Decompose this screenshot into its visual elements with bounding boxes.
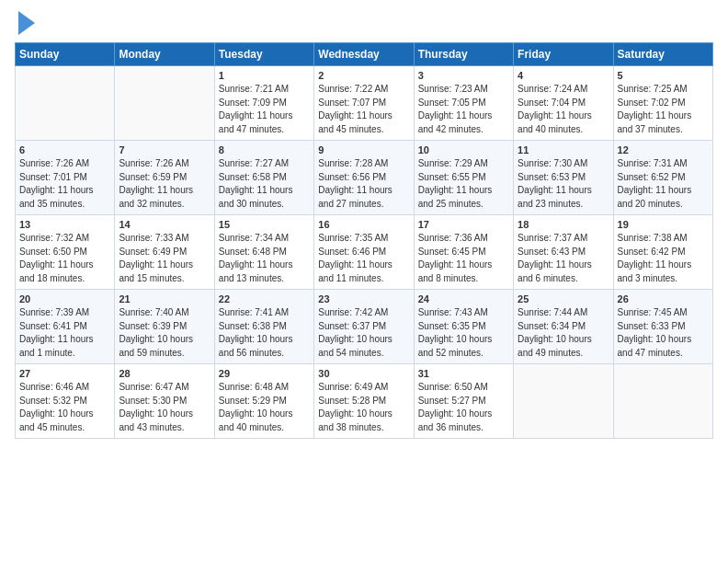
calendar-cell: 29Sunrise: 6:48 AM Sunset: 5:29 PM Dayli… <box>214 364 313 439</box>
day-number: 15 <box>219 219 310 230</box>
calendar-cell: 10Sunrise: 7:29 AM Sunset: 6:55 PM Dayli… <box>414 141 513 215</box>
calendar-cell: 21Sunrise: 7:40 AM Sunset: 6:39 PM Dayli… <box>115 290 214 364</box>
calendar-cell: 23Sunrise: 7:42 AM Sunset: 6:37 PM Dayli… <box>314 290 414 364</box>
day-info: Sunrise: 7:32 AM Sunset: 6:50 PM Dayligh… <box>19 232 110 285</box>
header-cell-tuesday: Tuesday <box>214 43 313 66</box>
day-info: Sunrise: 7:24 AM Sunset: 7:04 PM Dayligh… <box>518 83 609 136</box>
day-info: Sunrise: 7:29 AM Sunset: 6:55 PM Dayligh… <box>418 157 509 211</box>
day-number: 2 <box>318 70 409 81</box>
day-number: 11 <box>518 144 609 155</box>
calendar-cell: 9Sunrise: 7:28 AM Sunset: 6:56 PM Daylig… <box>314 141 414 215</box>
calendar-cell: 28Sunrise: 6:47 AM Sunset: 5:30 PM Dayli… <box>115 364 214 439</box>
calendar-cell <box>16 66 115 141</box>
day-number: 21 <box>119 293 210 304</box>
day-number: 20 <box>19 293 110 304</box>
day-info: Sunrise: 7:21 AM Sunset: 7:09 PM Dayligh… <box>219 83 310 136</box>
day-info: Sunrise: 7:26 AM Sunset: 7:01 PM Dayligh… <box>19 157 110 211</box>
calendar-table: SundayMondayTuesdayWednesdayThursdayFrid… <box>15 42 713 439</box>
day-number: 25 <box>518 293 609 304</box>
calendar-week-0: 1Sunrise: 7:21 AM Sunset: 7:09 PM Daylig… <box>16 66 713 141</box>
calendar-cell: 22Sunrise: 7:41 AM Sunset: 6:38 PM Dayli… <box>214 290 313 364</box>
calendar-cell: 15Sunrise: 7:34 AM Sunset: 6:48 PM Dayli… <box>214 215 313 290</box>
calendar-cell: 12Sunrise: 7:31 AM Sunset: 6:52 PM Dayli… <box>613 141 712 215</box>
day-info: Sunrise: 7:30 AM Sunset: 6:53 PM Dayligh… <box>518 157 609 211</box>
calendar-cell: 7Sunrise: 7:26 AM Sunset: 6:59 PM Daylig… <box>115 141 214 215</box>
calendar-cell: 2Sunrise: 7:22 AM Sunset: 7:07 PM Daylig… <box>314 66 414 141</box>
calendar-cell: 8Sunrise: 7:27 AM Sunset: 6:58 PM Daylig… <box>214 141 313 215</box>
calendar-cell: 24Sunrise: 7:43 AM Sunset: 6:35 PM Dayli… <box>414 290 513 364</box>
day-info: Sunrise: 7:45 AM Sunset: 6:33 PM Dayligh… <box>618 306 709 360</box>
calendar-cell <box>514 364 613 439</box>
day-number: 22 <box>219 293 310 304</box>
day-number: 6 <box>19 144 110 155</box>
day-info: Sunrise: 7:34 AM Sunset: 6:48 PM Dayligh… <box>219 232 310 285</box>
page-header <box>15 15 713 35</box>
logo-arrow-icon <box>18 11 35 35</box>
header-cell-monday: Monday <box>115 43 214 66</box>
calendar-cell: 1Sunrise: 7:21 AM Sunset: 7:09 PM Daylig… <box>214 66 313 141</box>
calendar-cell: 3Sunrise: 7:23 AM Sunset: 7:05 PM Daylig… <box>414 66 513 141</box>
day-number: 1 <box>219 70 310 81</box>
day-number: 9 <box>318 144 409 155</box>
header-cell-wednesday: Wednesday <box>314 43 414 66</box>
calendar-cell: 18Sunrise: 7:37 AM Sunset: 6:43 PM Dayli… <box>514 215 613 290</box>
calendar-cell: 31Sunrise: 6:50 AM Sunset: 5:27 PM Dayli… <box>414 364 513 439</box>
calendar-week-3: 20Sunrise: 7:39 AM Sunset: 6:41 PM Dayli… <box>16 290 713 364</box>
day-number: 3 <box>418 70 509 81</box>
day-number: 30 <box>318 368 409 379</box>
day-number: 7 <box>119 144 210 155</box>
day-number: 10 <box>418 144 509 155</box>
day-info: Sunrise: 7:26 AM Sunset: 6:59 PM Dayligh… <box>119 157 210 211</box>
day-number: 28 <box>119 368 210 379</box>
day-info: Sunrise: 7:22 AM Sunset: 7:07 PM Dayligh… <box>318 83 409 136</box>
day-info: Sunrise: 6:46 AM Sunset: 5:32 PM Dayligh… <box>19 381 110 434</box>
day-number: 27 <box>19 368 110 379</box>
day-number: 23 <box>318 293 409 304</box>
svg-marker-0 <box>18 11 35 35</box>
day-number: 18 <box>518 219 609 230</box>
calendar-cell: 14Sunrise: 7:33 AM Sunset: 6:49 PM Dayli… <box>115 215 214 290</box>
header-cell-friday: Friday <box>514 43 613 66</box>
calendar-week-1: 6Sunrise: 7:26 AM Sunset: 7:01 PM Daylig… <box>16 141 713 215</box>
day-info: Sunrise: 7:31 AM Sunset: 6:52 PM Dayligh… <box>618 157 709 211</box>
logo <box>15 15 35 35</box>
day-info: Sunrise: 7:35 AM Sunset: 6:46 PM Dayligh… <box>318 232 409 285</box>
calendar-cell: 20Sunrise: 7:39 AM Sunset: 6:41 PM Dayli… <box>16 290 115 364</box>
calendar-body: 1Sunrise: 7:21 AM Sunset: 7:09 PM Daylig… <box>16 66 713 439</box>
day-number: 5 <box>618 70 709 81</box>
day-number: 16 <box>318 219 409 230</box>
day-info: Sunrise: 6:49 AM Sunset: 5:28 PM Dayligh… <box>318 381 409 434</box>
day-info: Sunrise: 7:40 AM Sunset: 6:39 PM Dayligh… <box>119 306 210 360</box>
day-info: Sunrise: 7:25 AM Sunset: 7:02 PM Dayligh… <box>618 83 709 136</box>
calendar-cell: 17Sunrise: 7:36 AM Sunset: 6:45 PM Dayli… <box>414 215 513 290</box>
calendar-cell <box>115 66 214 141</box>
day-number: 29 <box>219 368 310 379</box>
day-info: Sunrise: 6:50 AM Sunset: 5:27 PM Dayligh… <box>418 381 509 434</box>
day-info: Sunrise: 6:47 AM Sunset: 5:30 PM Dayligh… <box>119 381 210 434</box>
calendar-week-2: 13Sunrise: 7:32 AM Sunset: 6:50 PM Dayli… <box>16 215 713 290</box>
day-info: Sunrise: 7:42 AM Sunset: 6:37 PM Dayligh… <box>318 306 409 360</box>
day-number: 24 <box>418 293 509 304</box>
calendar-cell: 16Sunrise: 7:35 AM Sunset: 6:46 PM Dayli… <box>314 215 414 290</box>
calendar-cell: 13Sunrise: 7:32 AM Sunset: 6:50 PM Dayli… <box>16 215 115 290</box>
calendar-cell: 6Sunrise: 7:26 AM Sunset: 7:01 PM Daylig… <box>16 141 115 215</box>
calendar-cell <box>613 364 712 439</box>
day-info: Sunrise: 7:38 AM Sunset: 6:42 PM Dayligh… <box>618 232 709 285</box>
header-cell-thursday: Thursday <box>414 43 513 66</box>
calendar-cell: 26Sunrise: 7:45 AM Sunset: 6:33 PM Dayli… <box>613 290 712 364</box>
day-number: 19 <box>618 219 709 230</box>
day-info: Sunrise: 6:48 AM Sunset: 5:29 PM Dayligh… <box>219 381 310 434</box>
calendar-cell: 11Sunrise: 7:30 AM Sunset: 6:53 PM Dayli… <box>514 141 613 215</box>
day-number: 8 <box>219 144 310 155</box>
day-info: Sunrise: 7:23 AM Sunset: 7:05 PM Dayligh… <box>418 83 509 136</box>
day-number: 12 <box>618 144 709 155</box>
day-info: Sunrise: 7:28 AM Sunset: 6:56 PM Dayligh… <box>318 157 409 211</box>
day-info: Sunrise: 7:39 AM Sunset: 6:41 PM Dayligh… <box>19 306 110 360</box>
day-info: Sunrise: 7:36 AM Sunset: 6:45 PM Dayligh… <box>418 232 509 285</box>
header-cell-saturday: Saturday <box>613 43 712 66</box>
calendar-cell: 30Sunrise: 6:49 AM Sunset: 5:28 PM Dayli… <box>314 364 414 439</box>
day-info: Sunrise: 7:37 AM Sunset: 6:43 PM Dayligh… <box>518 232 609 285</box>
calendar-cell: 4Sunrise: 7:24 AM Sunset: 7:04 PM Daylig… <box>514 66 613 141</box>
day-info: Sunrise: 7:27 AM Sunset: 6:58 PM Dayligh… <box>219 157 310 211</box>
day-number: 13 <box>19 219 110 230</box>
